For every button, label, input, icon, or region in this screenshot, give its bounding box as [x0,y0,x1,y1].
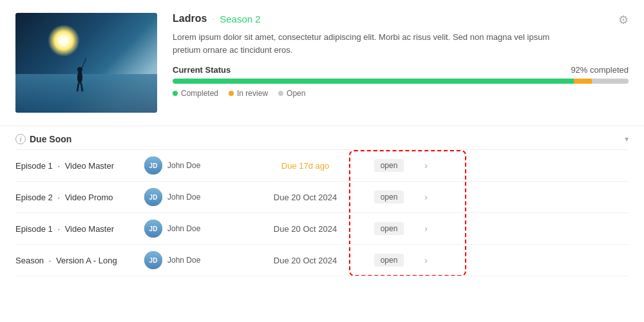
progress-completed [173,79,574,84]
episode-3-label: Episode 1 · Video Master [15,224,144,234]
episode-3-status[interactable]: open [363,222,415,235]
svg-point-0 [77,71,82,84]
settings-icon[interactable]: ⚙ [618,13,629,27]
episode-3-assignee: JD John Doe [144,220,247,238]
episode-1-label: Episode 1 · Video Master [15,161,144,171]
episode-1-status[interactable]: open [363,159,415,172]
table-row[interactable]: Season · Version A - Long JD John Doe Du… [15,245,629,276]
due-soon-title: Due Soon [30,134,71,144]
legend-open-label: Open [287,89,305,98]
title-separator: · [212,14,214,24]
status-percent: 92% completed [571,65,629,75]
due-soon-collapse-icon[interactable]: ▾ [625,135,629,144]
table-row[interactable]: Episode 1 · Video Master JD John Doe Due… [15,150,629,182]
episode-2-status[interactable]: open [363,191,415,204]
svg-line-2 [80,58,86,72]
project-description: Lorem ipsum dolor sit amet, consectetur … [173,31,572,56]
due-soon-section: i Due Soon ▾ Episode 1 · Video Master JD… [0,126,644,276]
table-row[interactable]: Episode 1 · Video Master JD John Doe Due… [15,213,629,245]
table-row[interactable]: Episode 2 · Video Promo JD John Doe Due … [15,182,629,213]
progress-legend: Completed In review Open [173,89,629,98]
episode-2-due: Due 20 Oct 2024 [247,193,363,202]
episode-3-due: Due 20 Oct 2024 [247,224,363,234]
episode-1-chevron[interactable]: › [415,160,428,171]
progress-bar [173,79,629,84]
episode-2-label: Episode 2 · Video Promo [15,193,144,202]
episode-4-label: Season · Version A - Long [15,256,144,265]
episode-list: Episode 1 · Video Master JD John Doe Due… [15,150,629,276]
episode-1-due: Due 17d ago [247,161,363,171]
project-thumbnail [15,13,157,113]
avatar: JD [144,188,162,206]
project-info: Ladros · Season 2 ⚙ Lorem ipsum dolor si… [173,13,629,113]
episode-2-chevron[interactable]: › [415,192,428,202]
episode-4-chevron[interactable]: › [415,255,428,265]
status-label: Current Status [173,65,231,75]
avatar: JD [144,220,162,238]
svg-line-4 [81,83,82,91]
legend-dot-completed [173,91,178,96]
project-title: Ladros [173,13,207,24]
episode-4-status[interactable]: open [363,254,415,267]
avatar: JD [144,251,162,269]
season-label: Season 2 [220,14,260,24]
legend-dot-open [278,91,283,96]
episode-4-due: Due 20 Oct 2024 [247,256,363,265]
progress-review [574,79,592,84]
legend-review-label: In review [237,89,268,98]
episode-1-assignee: JD John Doe [144,156,247,175]
episode-3-chevron[interactable]: › [415,223,428,234]
svg-line-3 [77,83,79,91]
episode-2-assignee: JD John Doe [144,188,247,206]
due-soon-info-icon[interactable]: i [15,134,26,144]
legend-completed-label: Completed [181,89,218,98]
avatar: JD [144,156,162,175]
episode-4-assignee: JD John Doe [144,251,247,269]
legend-dot-review [229,91,234,96]
progress-open [592,79,629,84]
